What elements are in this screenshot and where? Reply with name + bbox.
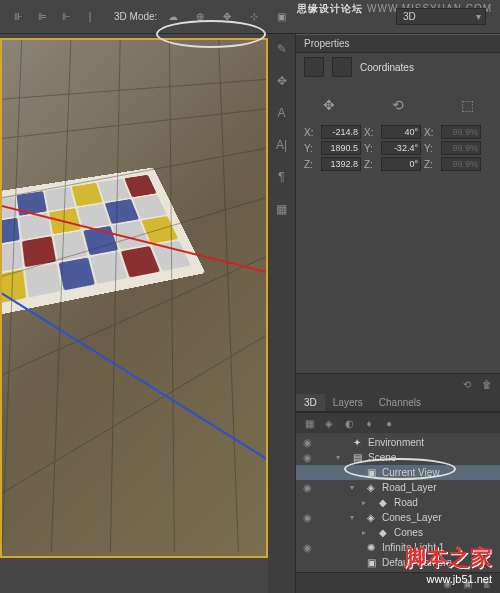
- tree-row[interactable]: ▸◆Road: [296, 495, 500, 510]
- coord-x-pos[interactable]: -214.8: [321, 125, 361, 139]
- reset-icon[interactable]: ⟲: [458, 376, 476, 392]
- svg-line-2: [2, 148, 266, 197]
- pan-icon[interactable]: ✥: [218, 8, 236, 26]
- coord-x-rot[interactable]: 40°: [381, 125, 421, 139]
- tree-row[interactable]: ◉▾◈Road_Layer: [296, 480, 500, 495]
- mode-dropdown[interactable]: 3D: [396, 8, 486, 25]
- properties-footer: ⟲ 🗑: [296, 373, 500, 394]
- tree-row[interactable]: ▸◆Cones: [296, 525, 500, 540]
- camera-icon[interactable]: [304, 57, 324, 77]
- svg-line-4: [2, 257, 266, 375]
- tree-row[interactable]: ◉▾◈Cones_Layer: [296, 510, 500, 525]
- align-icon-2[interactable]: ⊫: [33, 8, 51, 26]
- slide-icon[interactable]: ⊹: [245, 8, 263, 26]
- rotate-icon[interactable]: ⊕: [191, 8, 209, 26]
- paragraph-icon[interactable]: ¶: [273, 168, 291, 186]
- text-icon[interactable]: A|: [273, 136, 291, 154]
- trash-icon[interactable]: 🗑: [478, 376, 496, 392]
- align-icon[interactable]: ⊪: [9, 8, 27, 26]
- tree-row[interactable]: ▣Current View: [296, 465, 500, 480]
- mode-tools-group: ☁ ⊕ ✥ ⊹ ▣: [161, 8, 293, 26]
- tab-3d[interactable]: 3D: [296, 394, 325, 411]
- scene-filter-bar: ▦ ◈ ◐ ♦ ●: [296, 412, 500, 433]
- filter-mesh-icon[interactable]: ◈: [320, 415, 338, 431]
- tree-row[interactable]: ◉✦Environment: [296, 435, 500, 450]
- canvas-3d-view[interactable]: [0, 38, 268, 558]
- filter-light-icon[interactable]: ♦: [360, 415, 378, 431]
- svg-line-10: [219, 40, 239, 552]
- coord-x-scl[interactable]: 99.9%: [441, 125, 481, 139]
- tab-layers[interactable]: Layers: [325, 394, 371, 411]
- divider-icon: |: [81, 8, 99, 26]
- move-icon[interactable]: ✥: [273, 72, 291, 90]
- swatch-icon[interactable]: ▦: [273, 200, 291, 218]
- svg-line-1: [2, 109, 266, 139]
- coordinates-title: Coordinates: [360, 62, 414, 73]
- filter-all-icon[interactable]: ▦: [300, 415, 318, 431]
- coord-y-pos[interactable]: 1890.5: [321, 141, 361, 155]
- tab-channels[interactable]: Channels: [371, 394, 429, 411]
- mesh-icon[interactable]: [332, 57, 352, 77]
- orbit-icon[interactable]: ☁: [164, 8, 182, 26]
- coord-y-rot[interactable]: -32.4°: [381, 141, 421, 155]
- tree-row[interactable]: ◉▾▤Scene: [296, 450, 500, 465]
- scale-mode-icon[interactable]: ⬚: [455, 93, 479, 117]
- scale-icon[interactable]: ▣: [272, 8, 290, 26]
- coord-z-rot[interactable]: 0°: [381, 157, 421, 171]
- filter-material-icon[interactable]: ◐: [340, 415, 358, 431]
- svg-line-8: [110, 40, 120, 552]
- coord-z-pos[interactable]: 1392.8: [321, 157, 361, 171]
- rotate-mode-icon[interactable]: ⟲: [386, 93, 410, 117]
- vertical-toolstrip: ✎ ✥ A A| ¶ ▦: [268, 34, 296, 593]
- move-mode-icon[interactable]: ✥: [317, 93, 341, 117]
- properties-panel-tab[interactable]: Properties: [296, 34, 500, 53]
- svg-line-7: [51, 40, 71, 552]
- coord-z-scl[interactable]: 99.9%: [441, 157, 481, 171]
- brush-icon[interactable]: ✎: [273, 40, 291, 58]
- type-icon[interactable]: A: [273, 104, 291, 122]
- svg-line-5: [2, 336, 266, 494]
- filter-camera-icon[interactable]: ●: [380, 415, 398, 431]
- watermark-bottom: 脚本之家 www.jb51.net: [404, 543, 492, 585]
- mode-label: 3D Mode:: [114, 11, 157, 22]
- svg-line-9: [169, 40, 174, 552]
- align-icon-3[interactable]: ⊩: [57, 8, 75, 26]
- svg-line-0: [2, 79, 266, 99]
- coord-y-scl[interactable]: 99.9%: [441, 141, 481, 155]
